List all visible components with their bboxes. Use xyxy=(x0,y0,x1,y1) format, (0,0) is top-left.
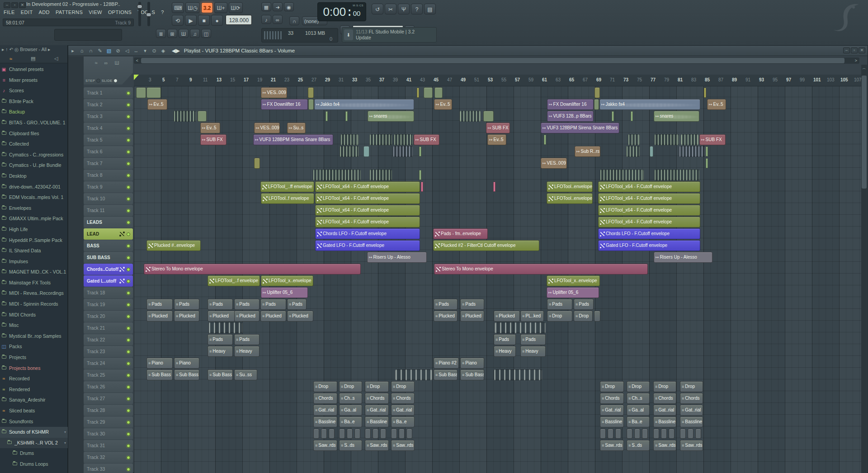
browser-title[interactable]: Browser - All xyxy=(20,47,47,52)
playlist-grid[interactable]: ↦VES..009↦Ev..5↦FX Downlifter 16↦Jakko f… xyxy=(134,86,863,473)
playlist-clip[interactable] xyxy=(628,134,640,145)
playlist-clip[interactable] xyxy=(544,135,546,145)
track-header[interactable]: Track 24 xyxy=(84,358,133,369)
track-header[interactable]: Track 19 xyxy=(84,299,133,310)
playlist-clip[interactable]: ↦Ev..5 xyxy=(707,99,726,110)
playlist-clip[interactable]: ≡Drop xyxy=(339,381,362,392)
playlist-clip[interactable]: ↦Uplifter 05_6 xyxy=(261,287,308,298)
playlist-clip[interactable]: Plucked #2 - FilterCtl Cutoff envelope xyxy=(433,240,539,251)
update-action[interactable]: Update xyxy=(356,35,371,40)
playlist-clip[interactable]: ≡Plucked xyxy=(146,311,173,322)
playlist-clip[interactable]: ↦Jakko fx4 xyxy=(599,99,700,110)
playlist-clip[interactable]: ≡Ch..s xyxy=(339,393,362,404)
playlist-clip[interactable] xyxy=(146,87,161,98)
playlist-clip[interactable]: LFOTool_x64 - F.Cutoff envelope xyxy=(315,217,420,227)
playlist-clip[interactable]: ≡Plucked xyxy=(260,311,286,322)
playlist-clip[interactable] xyxy=(421,182,423,192)
playlist-clip[interactable]: ↦VES..009 xyxy=(254,123,280,133)
track-mute-dot[interactable] xyxy=(127,385,130,389)
track-header[interactable]: Track 27 xyxy=(84,393,133,404)
playlist-clip[interactable] xyxy=(136,87,146,98)
playlist-clip[interactable]: ↦Jakko fx4 xyxy=(314,99,414,110)
playlist-clip[interactable]: ≡Pads xyxy=(547,299,572,310)
playlist-clip[interactable] xyxy=(494,369,542,380)
playlist-clip[interactable] xyxy=(688,429,693,439)
playlist-clip[interactable]: ≡Drop xyxy=(391,381,415,392)
playlist-clip[interactable]: Plucked #..envelope xyxy=(146,240,201,251)
playlist-clip[interactable]: Stereo To Mono envelope xyxy=(434,264,648,274)
knob-icon[interactable]: ◉ xyxy=(284,2,294,11)
track-header[interactable]: Track 26 xyxy=(84,381,133,393)
playlist-clip[interactable]: ≡Plucked xyxy=(460,311,484,322)
playlist-clip[interactable]: ≡Drop xyxy=(653,381,676,392)
browser-item[interactable]: Cymatics - C..rogressions xyxy=(0,150,68,161)
track-header[interactable]: Track 28 xyxy=(84,405,133,416)
track-mute-dot[interactable] xyxy=(127,303,130,307)
playlist-clip[interactable] xyxy=(706,158,708,168)
playlist-clip[interactable]: ↦Ev..5 xyxy=(434,99,452,110)
scroll-left-icon[interactable]: < xyxy=(134,57,141,64)
playlist-clip[interactable]: LFOTool_..ff envelope xyxy=(260,181,314,192)
playlist-clip[interactable]: ≡Saw..rds xyxy=(600,440,624,451)
playlist-clip[interactable]: ≡Pads xyxy=(287,299,307,310)
playlist-clip[interactable] xyxy=(594,99,599,110)
playlist-clip[interactable]: ↦Uplifter 05_6 xyxy=(547,287,599,298)
track-mute-dot[interactable] xyxy=(127,127,130,130)
playlist-clip[interactable]: ↦VUF3 128BPM Sirena Snare 8Bars xyxy=(541,123,619,133)
browser-item[interactable]: Mystical Br..rop Samples xyxy=(0,331,68,342)
playback-tool-icon[interactable]: ◈ xyxy=(159,46,168,56)
playlist-clip[interactable]: ≡Bassline xyxy=(680,416,703,427)
close-button[interactable]: ✕ xyxy=(19,2,26,8)
playlist-minimize-button[interactable]: – xyxy=(843,47,850,53)
delete-tool-icon[interactable]: ⊘ xyxy=(113,46,123,56)
playlist-clip[interactable]: ↦snares xyxy=(654,111,699,122)
playlist-clip[interactable]: Gated LFO - F.Cutoff envelope xyxy=(598,240,700,251)
position-display[interactable]: 3.2 xyxy=(201,2,213,13)
track-mute-dot[interactable] xyxy=(127,397,130,401)
select-tool-icon[interactable]: ▾ xyxy=(141,46,150,56)
menu-item-options[interactable]: OPTIONS xyxy=(108,9,132,15)
track-mute-dot[interactable] xyxy=(127,338,130,342)
playlist-view-icon[interactable]: ≣ xyxy=(156,29,166,38)
playlist-clip[interactable] xyxy=(631,111,633,121)
playlist-clip[interactable]: LFOTool_x64 - F.Cutoff envelope xyxy=(598,193,700,204)
timeline-ruler[interactable]: 3579111315171921232527293133353739414345… xyxy=(134,75,863,86)
playlist-clip[interactable]: ↦Ev..5 xyxy=(147,99,167,110)
playlist-clip[interactable]: ≡Plucked xyxy=(287,311,313,322)
playlist-clip[interactable]: ≡Drop xyxy=(547,311,572,322)
track-header[interactable]: Gated L..utoff xyxy=(84,275,133,287)
playlist-clip[interactable]: ≡Pads xyxy=(234,334,259,345)
zoom-tool-icon[interactable]: ⊙ xyxy=(150,46,159,56)
playlist-clip[interactable] xyxy=(340,134,359,145)
browser-view-icon[interactable]: ◫ xyxy=(201,29,211,38)
playlist-clip[interactable]: ↦VES..009 xyxy=(541,158,567,169)
playlist-clip[interactable]: ≡Plucked xyxy=(208,311,236,322)
playlist-clip[interactable]: ≡Ga..al xyxy=(339,405,362,416)
playlist-clip[interactable]: ≡Drop xyxy=(680,381,703,392)
playlist-clip[interactable]: ≡Plucked xyxy=(234,311,259,322)
playlist-clip[interactable]: ≡Drop xyxy=(365,381,389,392)
track-mute-dot[interactable] xyxy=(127,374,130,377)
playlist-clip[interactable]: ≡Chords xyxy=(680,393,703,404)
playlist-clip[interactable]: ↦VUF3 128..p 8Bars xyxy=(547,111,594,122)
playlist-clip[interactable]: ≡Drop xyxy=(600,381,624,392)
playhead-marker[interactable] xyxy=(134,75,139,80)
playlist-clip[interactable]: ↦Ev..5 xyxy=(487,134,506,145)
playlist-clip[interactable]: ≡Ba..e xyxy=(627,416,650,427)
playlist-clip[interactable] xyxy=(254,158,260,169)
playlist-close-button[interactable]: ✕ xyxy=(859,47,865,53)
playlist-clip[interactable]: ≡Piano xyxy=(174,358,199,369)
track-header[interactable]: Track 18 xyxy=(84,287,133,298)
playlist-clip[interactable]: LFOTool_x64 - F.Cutoff envelope xyxy=(598,217,700,227)
track-mute-dot[interactable] xyxy=(127,326,130,330)
playlist-clip[interactable]: ≡Drop xyxy=(627,381,650,392)
browser-item[interactable]: Sanaya_Ardeshir xyxy=(0,395,68,406)
playlist-clip[interactable]: ↦SUB FX xyxy=(414,134,439,145)
track-mute-dot[interactable] xyxy=(127,138,130,142)
browser-item[interactable]: ◫Packs xyxy=(0,341,68,352)
playlist-clip[interactable]: ≡Gat..rial xyxy=(600,405,624,416)
playlist-clip[interactable]: ≡Piano #2 xyxy=(434,358,459,369)
playlist-clip[interactable] xyxy=(706,147,708,156)
playlist-clip[interactable]: ≡Chords xyxy=(391,393,415,404)
playlist-clip[interactable] xyxy=(695,429,701,439)
